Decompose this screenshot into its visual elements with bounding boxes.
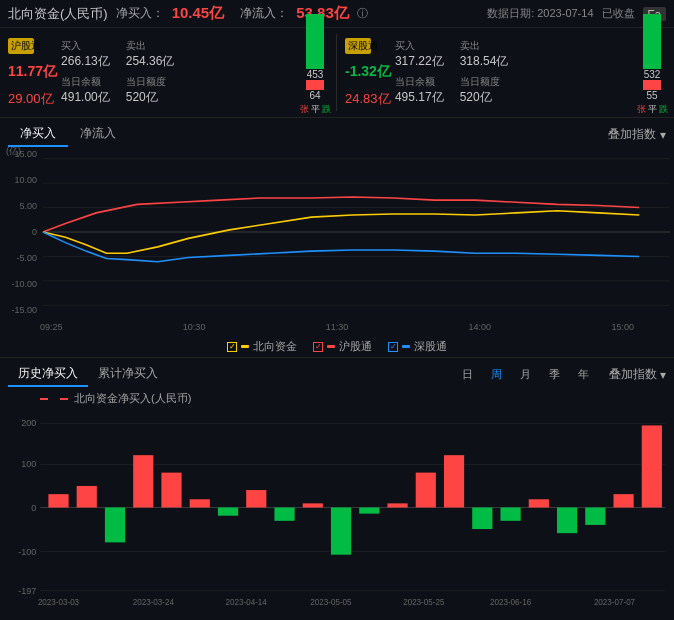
chart-dropdown-label: 叠加指数 [608, 126, 656, 143]
svg-rect-22 [190, 499, 210, 507]
svg-rect-38 [642, 425, 662, 507]
status-badge: 已收盘 [602, 6, 635, 21]
x-label-5: 15:00 [611, 322, 634, 332]
y-label-4: 0 [4, 227, 40, 237]
svg-rect-23 [218, 507, 238, 515]
sh-bar-green [306, 14, 324, 69]
shanghai-panel: 沪股通 11.77亿 29.00亿 买入 266.13亿 卖出 254.36亿 … [0, 28, 337, 117]
shenzhen-net-buy: -1.32亿 [345, 63, 391, 81]
sz-zhang-lbl: 张 [637, 103, 646, 116]
shenzhen-badge-col: 深股通 -1.32亿 24.83亿 [345, 34, 391, 111]
legend-beixin[interactable]: ✓ 北向资金 [227, 339, 297, 354]
sz-bar-zhang: 532 [643, 69, 661, 80]
svg-text:2023-03-24: 2023-03-24 [133, 598, 175, 607]
legend-dash [40, 398, 68, 400]
stats-section: 沪股通 11.77亿 29.00亿 买入 266.13亿 卖出 254.36亿 … [0, 28, 674, 118]
tab-net-flow[interactable]: 净流入 [68, 122, 128, 147]
svg-rect-20 [133, 455, 153, 507]
sh-bar-zhang: 453 [306, 69, 324, 80]
x-axis-labels: 09:25 10:30 11:30 14:00 15:00 [4, 322, 670, 332]
sz-balance-label: 当日余额 [395, 75, 444, 89]
svg-rect-35 [557, 507, 577, 533]
svg-rect-18 [77, 486, 97, 508]
chart-dropdown[interactable]: 叠加指数 ▾ [608, 126, 666, 143]
svg-text:100: 100 [21, 459, 36, 469]
shanghai-badge-col: 沪股通 11.77亿 29.00亿 [8, 34, 57, 111]
net-flow-label: 净流入： [240, 5, 288, 22]
sz-bar-mid: 55 [646, 90, 657, 101]
y-axis-labels: 15.00 10.00 5.00 0 -5.00 -10.00 -15.00 [4, 147, 40, 317]
legend-hu[interactable]: ✓ 沪股通 [313, 339, 372, 354]
shenzhen-panel: 深股通 -1.32亿 24.83亿 买入 317.22亿 卖出 318.54亿 … [337, 28, 674, 117]
x-label-1: 09:25 [40, 322, 63, 332]
svg-rect-33 [500, 507, 520, 520]
sz-bar-col: 837 532 55 张 平 跌 [638, 36, 666, 116]
sz-bar-container [643, 14, 661, 69]
svg-rect-25 [274, 507, 294, 520]
sh-bar-col: 758 453 64 张 平 跌 [301, 36, 329, 116]
period-year[interactable]: 年 [570, 365, 597, 384]
period-month[interactable]: 月 [512, 365, 539, 384]
sh-die-lbl: 跌 [322, 103, 331, 116]
svg-rect-24 [246, 490, 266, 507]
y-label-7: -15.00 [4, 305, 40, 315]
svg-rect-37 [613, 494, 633, 507]
dash-seg-2 [50, 398, 58, 400]
tab-net-buy[interactable]: 净买入 [8, 122, 68, 147]
legend-dot-beixin [241, 345, 249, 348]
legend-check-hu: ✓ [313, 342, 323, 352]
x-label-4: 14:00 [469, 322, 492, 332]
legend-label-shen: 深股通 [414, 339, 447, 354]
legend-dot-hu [327, 345, 335, 348]
legend-label-hu: 沪股通 [339, 339, 372, 354]
main-chart-svg [4, 147, 670, 317]
period-quarter[interactable]: 季 [541, 365, 568, 384]
sz-quota-value: 520亿 [460, 89, 500, 106]
sz-balance-value: 495.17亿 [395, 89, 444, 106]
svg-text:2023-05-25: 2023-05-25 [403, 598, 445, 607]
legend-label-beixin: 北向资金 [253, 339, 297, 354]
tab-hist-cum-buy[interactable]: 累计净买入 [88, 362, 168, 387]
sz-bar-labels: 张 平 跌 [637, 103, 668, 116]
sz-bar-red-container [643, 80, 661, 90]
legend-check-beixin: ✓ [227, 342, 237, 352]
sh-quota-value: 520亿 [126, 89, 166, 106]
legend-dot-shen [402, 345, 410, 348]
svg-rect-21 [161, 473, 181, 508]
sh-buy-label: 买入 [61, 39, 110, 53]
hist-legend: 北向资金净买入(人民币) [0, 387, 674, 408]
period-week[interactable]: 周 [483, 365, 510, 384]
hist-dropdown[interactable]: 叠加指数 ▾ [609, 366, 666, 383]
sz-sell-label: 卖出 [460, 39, 509, 53]
main-chart-area: (亿) 15.00 10.00 5.00 0 -5.00 -10.00 [4, 147, 670, 337]
header: 北向资金(人民币) 净买入： 10.45亿 净流入： 53.83亿 ⓘ 数据日期… [0, 0, 674, 28]
sh-quota-cell: 当日额度 520亿 [126, 75, 166, 106]
net-buy-label: 净买入： [116, 5, 164, 22]
sh-buy-value: 266.13亿 [61, 53, 110, 70]
tab-hist-net-buy[interactable]: 历史净买入 [8, 362, 88, 387]
header-right: 数据日期: 2023-07-14 已收盘 Ea [487, 6, 666, 21]
main-chart-section: 净买入 净流入 叠加指数 ▾ (亿) 15.00 [0, 118, 674, 358]
hist-chart-area: 200 100 0 -100 -197 [4, 408, 670, 608]
svg-text:2023-07-07: 2023-07-07 [594, 598, 636, 607]
y-label-3: 5.00 [4, 201, 40, 211]
svg-rect-19 [105, 507, 125, 542]
svg-text:200: 200 [21, 418, 36, 428]
legend-shen[interactable]: ✓ 深股通 [388, 339, 447, 354]
sz-sell-value: 318.54亿 [460, 53, 509, 70]
sh-bar-red [306, 80, 324, 90]
svg-text:2023-05-05: 2023-05-05 [310, 598, 352, 607]
info-icon[interactable]: ⓘ [357, 6, 368, 21]
sh-bar-mid: 64 [309, 90, 320, 101]
svg-rect-17 [48, 494, 68, 507]
sh-quota-label: 当日额度 [126, 75, 166, 89]
period-tabs: 日 周 月 季 年 [454, 365, 597, 384]
svg-rect-26 [303, 503, 323, 507]
sh-sell-value: 254.36亿 [126, 53, 175, 70]
sh-buy-cell: 买入 266.13亿 [61, 39, 110, 70]
period-day[interactable]: 日 [454, 365, 481, 384]
svg-rect-32 [472, 507, 492, 529]
svg-rect-27 [331, 507, 351, 554]
sz-ping-lbl: 平 [648, 103, 657, 116]
sz-die-lbl: 跌 [659, 103, 668, 116]
